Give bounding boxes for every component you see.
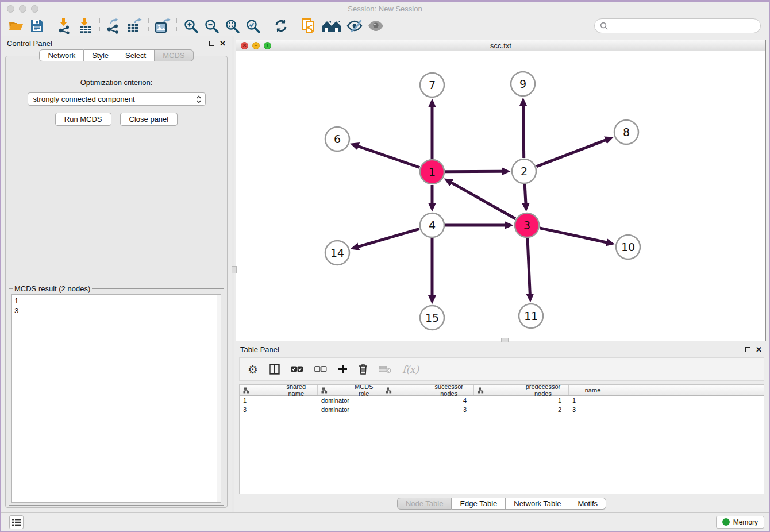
table-tab-node-table[interactable]: Node Table <box>397 498 452 510</box>
zoom-fit-button[interactable] <box>224 17 241 34</box>
column-header-shared-name[interactable]: shared name <box>240 385 318 395</box>
cell-shared-name[interactable]: 1 <box>240 397 318 404</box>
export-table-button[interactable] <box>126 17 143 34</box>
graph-edge-2-8[interactable] <box>536 140 606 167</box>
splitter-handle[interactable] <box>232 266 237 273</box>
import-network-icon <box>57 18 72 34</box>
hide-selected-button[interactable] <box>346 17 364 34</box>
zoom-out-button[interactable] <box>203 17 220 34</box>
import-table-button[interactable] <box>77 17 94 34</box>
mcds-result-text[interactable]: 1 3 <box>12 295 217 502</box>
search-icon <box>600 22 609 30</box>
column-header-MCDS-role[interactable]: MCDS role <box>318 385 382 395</box>
cell-predecessor-nodes[interactable]: 2 <box>474 406 569 413</box>
cell-predecessor-nodes[interactable]: 1 <box>474 397 569 404</box>
table-settings-button[interactable]: ⚙ <box>248 364 258 375</box>
table-tab-edge-table[interactable]: Edge Table <box>452 498 506 510</box>
network-canvas[interactable]: 7968124314101511 <box>236 51 765 341</box>
graph-node-7[interactable]: 7 <box>420 73 444 97</box>
cell-MCDS-role[interactable]: dominator <box>318 397 382 404</box>
graph-node-1[interactable]: 1 <box>420 160 444 184</box>
column-selector-button[interactable] <box>269 364 280 375</box>
table-tab-motifs[interactable]: Motifs <box>569 498 606 510</box>
graph-edge-1-2[interactable] <box>445 171 502 172</box>
graph-edge-2-9[interactable] <box>523 106 524 158</box>
graph-node-10[interactable]: 10 <box>616 235 640 259</box>
float-table-panel-icon[interactable] <box>745 347 750 352</box>
graph-edge-3-10[interactable] <box>540 228 606 242</box>
table-tab-network-table[interactable]: Network Table <box>506 498 569 510</box>
titlebar: Session: New Session <box>1 2 769 16</box>
cell-name[interactable]: 1 <box>569 397 617 404</box>
graph-node-6[interactable]: 6 <box>325 127 349 151</box>
vertical-splitter[interactable] <box>232 36 234 512</box>
graph-edge-2-3[interactable] <box>525 184 526 203</box>
first-neighbors-button[interactable] <box>321 17 343 34</box>
tab-network[interactable]: Network <box>39 49 84 61</box>
graph-node-9[interactable]: 9 <box>511 72 535 96</box>
graph-edge-4-14[interactable] <box>358 229 419 246</box>
svg-text:7: 7 <box>429 79 436 91</box>
graph-edge-3-11[interactable] <box>528 238 530 294</box>
cell-successor-nodes[interactable]: 3 <box>382 406 474 413</box>
column-header-name[interactable]: name <box>569 385 617 395</box>
tab-select[interactable]: Select <box>117 49 155 61</box>
export-image-button[interactable] <box>154 17 171 34</box>
clone-network-icon <box>302 18 317 34</box>
function-builder-button[interactable]: f(x) <box>402 364 419 375</box>
close-panel-button[interactable]: Close panel <box>120 113 178 126</box>
show-all-button[interactable] <box>367 17 384 34</box>
graph-edge-3-1[interactable] <box>451 183 515 219</box>
graph-node-8[interactable]: 8 <box>614 120 638 144</box>
search-input[interactable] <box>594 18 761 33</box>
column-header-predecessor-nodes[interactable]: predecessor nodes <box>474 385 569 395</box>
cell-MCDS-role[interactable]: dominator <box>318 406 382 413</box>
save-session-button[interactable] <box>28 17 45 34</box>
table-row[interactable]: 1dominator411 <box>240 396 764 405</box>
import-network-button[interactable] <box>56 17 74 34</box>
delete-column-button[interactable] <box>359 364 368 375</box>
run-mcds-button[interactable]: Run MCDS <box>55 113 111 126</box>
tab-style[interactable]: Style <box>84 49 117 61</box>
graph-node-2[interactable]: 2 <box>512 159 536 183</box>
svg-text:1: 1 <box>429 165 436 178</box>
main-toolbar <box>1 16 769 36</box>
network-window-titlebar[interactable]: ✕ − + scc.txt <box>236 40 765 51</box>
refresh-button[interactable] <box>272 17 290 34</box>
graph-node-14[interactable]: 14 <box>325 241 349 265</box>
delete-table-button[interactable] <box>379 365 391 373</box>
result-scrollbar[interactable] <box>217 295 221 502</box>
horizontal-splitter-handle[interactable] <box>501 338 509 342</box>
cell-shared-name[interactable]: 3 <box>240 406 318 413</box>
graph-node-4[interactable]: 4 <box>420 213 444 237</box>
close-table-panel-icon[interactable]: ✕ <box>756 346 762 353</box>
table-row[interactable]: 3dominator323 <box>240 405 764 414</box>
column-header-successor-nodes[interactable]: successor nodes <box>382 385 474 395</box>
svg-text:15: 15 <box>425 311 439 324</box>
graph-node-11[interactable]: 11 <box>519 304 543 328</box>
float-panel-icon[interactable] <box>209 41 214 46</box>
graph-node-3[interactable]: 3 <box>515 213 539 237</box>
graph-edge-1-6[interactable] <box>358 146 419 167</box>
optimization-criterion-dropdown[interactable]: strongly connected component <box>28 92 206 106</box>
task-history-button[interactable] <box>9 515 24 529</box>
export-network-button[interactable] <box>105 17 122 34</box>
create-column-button[interactable] <box>338 364 348 374</box>
unselect-all-columns-button[interactable] <box>314 366 327 372</box>
cell-name[interactable]: 3 <box>569 406 617 413</box>
control-panel-title: Control Panel <box>7 39 52 48</box>
tab-mcds[interactable]: MCDS <box>155 49 193 61</box>
select-all-columns-button[interactable] <box>291 366 303 372</box>
svg-text:4: 4 <box>429 219 436 232</box>
close-panel-icon[interactable]: ✕ <box>220 40 226 47</box>
table-header-row: shared nameMCDS rolesuccessor nodesprede… <box>240 385 764 396</box>
zoom-selected-button[interactable] <box>244 17 261 34</box>
clone-network-button[interactable] <box>301 17 318 34</box>
memory-button[interactable]: Memory <box>716 516 764 529</box>
dropdown-value: strongly connected component <box>33 95 196 103</box>
application-window: Session: New Session <box>1 2 769 531</box>
graph-node-15[interactable]: 15 <box>420 306 444 330</box>
zoom-in-button[interactable] <box>182 17 199 34</box>
cell-successor-nodes[interactable]: 4 <box>382 397 474 404</box>
open-session-button[interactable] <box>7 17 25 34</box>
